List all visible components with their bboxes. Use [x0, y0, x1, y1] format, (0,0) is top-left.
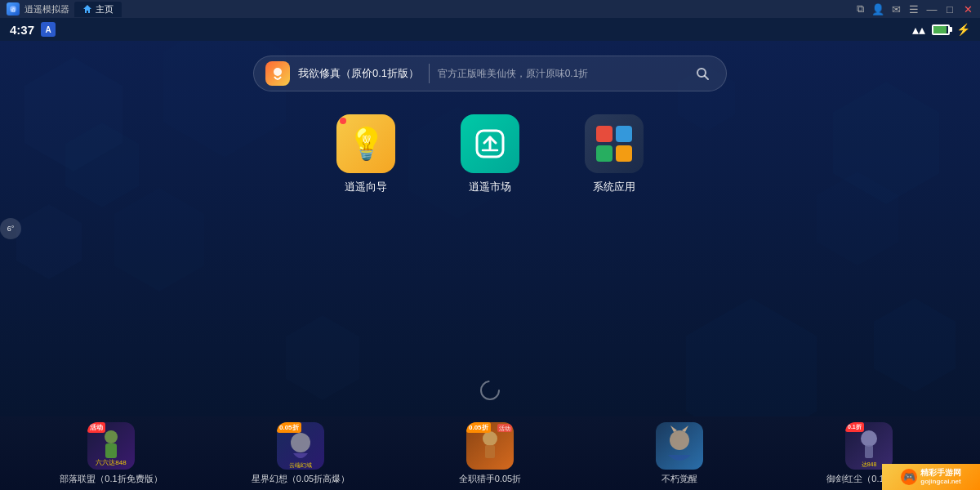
svg-point-3 [274, 68, 282, 76]
watermark-text: 精彩手游网 gojingcai.net [920, 468, 961, 486]
svg-text:达848: 达848 [862, 461, 877, 467]
game-thumb-bulian: 活动 六六达848 [87, 422, 135, 470]
time-display: 4:37 [10, 23, 34, 37]
svg-line-5 [705, 76, 708, 79]
side-button[interactable]: 6° [0, 218, 21, 239]
title-bar-left: 逍 逍遥模拟器 主页 [7, 2, 122, 17]
game-thumb-bukan [656, 422, 703, 470]
app-label-system: 系统应用 [593, 180, 635, 194]
svg-rect-10 [105, 443, 117, 458]
svg-text:活动: 活动 [499, 425, 510, 431]
status-left: 4:37 A [10, 22, 56, 37]
minimize-button[interactable]: — [926, 3, 938, 15]
app-logo-icon: 逍 [7, 2, 20, 16]
watermark: 🎮 精彩手游网 gojingcai.net [882, 464, 980, 490]
search-bar[interactable]: 我欲修真（原价0.1折版） 官方正版唯美仙侠，原汁原味0.1折 [253, 56, 727, 91]
wifi-icon: ▴▴ [912, 22, 925, 38]
game-item-xinjie[interactable]: 0.05折 云端幻域 星界幻想（0.05折高爆） [206, 422, 395, 485]
svg-rect-22 [865, 445, 873, 458]
game-label-xinjie: 星界幻想（0.05折高爆） [252, 473, 350, 485]
svg-point-12 [291, 433, 310, 452]
game-badge-quanzhi: 0.05折 [466, 422, 491, 433]
app-label-guide: 逍遥向导 [345, 180, 387, 194]
battery-icon [932, 24, 950, 35]
search-game-icon [265, 61, 290, 86]
app-item-guide[interactable]: 💡 逍遥向导 [336, 114, 395, 194]
app-item-system[interactable]: 系统应用 [585, 114, 644, 194]
svg-text:六六达848: 六六达848 [96, 459, 127, 466]
bottom-strip: 活动 六六达848 部落联盟（0.1折免费版） 0.05折 云端幻域 星界幻想（… [0, 416, 980, 490]
svg-point-21 [861, 430, 877, 447]
app-name-label: 逍遥模拟器 [24, 3, 69, 16]
close-button[interactable]: ✕ [962, 3, 973, 15]
status-right: ▴▴ ⚡ [912, 22, 970, 38]
svg-point-8 [481, 381, 499, 399]
search-game-name: 我欲修真（原价0.1折版） [298, 66, 421, 81]
svg-text:逍: 逍 [11, 7, 16, 12]
maximize-button[interactable]: □ [944, 3, 956, 15]
spinner-icon [479, 379, 501, 402]
input-indicator[interactable]: A [41, 22, 56, 37]
game-thumb-quanzhi: 0.05折 活动 [466, 422, 514, 470]
game-badge-xinjie: 0.05折 [277, 422, 301, 433]
watermark-icon: 🎮 [901, 469, 917, 485]
game-item-bukan[interactable]: 不朽觉醒 [585, 422, 774, 485]
game-item-quanzhi[interactable]: 0.05折 活动 全职猎手0.05折 [395, 422, 585, 485]
market-icon-svg [472, 126, 508, 162]
app-icon-guide: 💡 [336, 114, 395, 173]
restore-icon[interactable]: ⧉ [854, 3, 866, 15]
system-grid-icon [596, 126, 632, 162]
loading-spinner [479, 379, 501, 407]
home-icon [82, 4, 92, 14]
svg-point-18 [670, 430, 689, 450]
game-art-bukan [656, 422, 703, 470]
status-bar: 4:37 A ▴▴ ⚡ [0, 18, 980, 41]
search-icon [695, 66, 710, 81]
tab-home[interactable]: 主页 [74, 2, 122, 17]
svg-point-9 [105, 430, 118, 443]
apps-grid: 💡 逍遥向导 逍遥市场 [336, 114, 644, 194]
svg-rect-15 [485, 445, 495, 458]
svg-point-14 [483, 431, 497, 446]
svg-marker-2 [83, 5, 91, 13]
game-label-bulian: 部落联盟（0.1折免费版） [60, 473, 162, 485]
app-icon-system [585, 114, 644, 173]
game-thumb-yujian: 0.1折 达848 [845, 422, 893, 470]
battery-label: ⚡ [956, 23, 970, 36]
mail-icon[interactable]: ✉ [890, 3, 902, 15]
title-bar-controls: ⧉ 👤 ✉ ☰ — □ ✕ [854, 3, 973, 15]
game-badge-yujian: 0.1折 [845, 422, 864, 432]
game-badge-bulian: 活动 [87, 422, 105, 433]
search-description: 官方正版唯美仙侠，原汁原味0.1折 [438, 67, 682, 81]
user-icon[interactable]: 👤 [872, 3, 884, 15]
menu-icon[interactable]: ☰ [908, 3, 920, 15]
main-area: 我欲修真（原价0.1折版） 官方正版唯美仙侠，原汁原味0.1折 💡 逍遥向导 [0, 41, 980, 416]
notification-dot [340, 118, 346, 124]
hex-background [0, 41, 980, 416]
app-label-market: 逍遥市场 [469, 180, 511, 194]
bulb-icon: 💡 [347, 126, 385, 162]
search-divider [429, 64, 430, 83]
game-thumb-xinjie: 0.05折 云端幻域 [277, 422, 324, 470]
side-btn-label: 6° [7, 225, 15, 233]
game-label-bukan: 不朽觉醒 [662, 473, 697, 485]
game-item-bulian[interactable]: 活动 六六达848 部落联盟（0.1折免费版） [16, 422, 206, 485]
app-item-market[interactable]: 逍遥市场 [461, 114, 519, 194]
search-button[interactable] [690, 61, 715, 86]
svg-text:云端幻域: 云端幻域 [289, 462, 312, 468]
app-icon-market [461, 114, 519, 173]
game-label-quanzhi: 全职猎手0.05折 [459, 473, 521, 485]
title-bar: 逍 逍遥模拟器 主页 ⧉ 👤 ✉ ☰ — □ ✕ [0, 0, 980, 18]
